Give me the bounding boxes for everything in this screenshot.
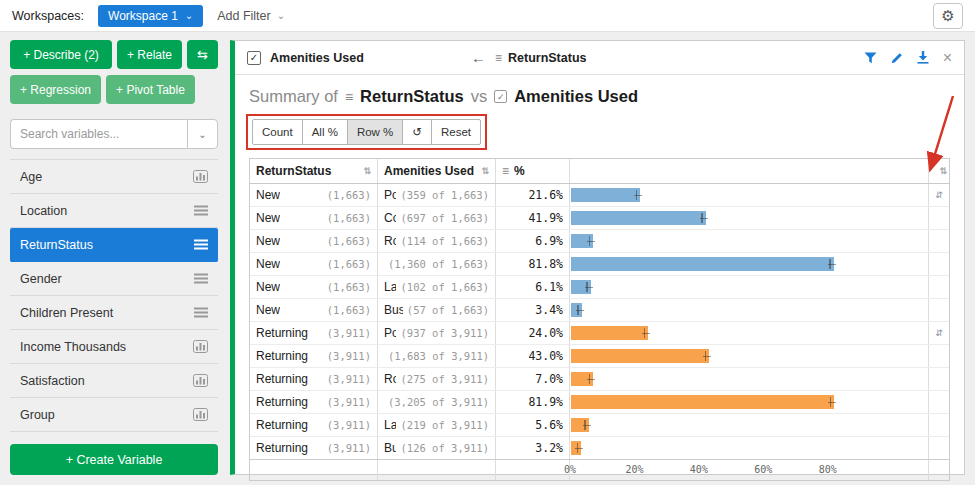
sidebar-item-location[interactable]: Location [10, 194, 218, 228]
amenity-name: Busin… [384, 441, 396, 455]
amenity-name: Pool [384, 326, 396, 340]
sort-icon[interactable]: ⇅ [481, 166, 489, 176]
percent-bar [571, 418, 589, 432]
close-icon[interactable]: × [943, 50, 952, 66]
top-bar: Workspaces: Workspace 1 ⌄ Add Filter ⌄ ⚙ [0, 0, 975, 32]
describe-button[interactable]: + Describe (2) [10, 40, 112, 69]
axis-row: 0%20%40%60%80% [250, 460, 949, 480]
group-count: (1,663) [327, 212, 371, 224]
sidebar-item-group[interactable]: Group [10, 398, 218, 432]
chevron-down-icon: ⌄ [198, 129, 206, 140]
variable-label: ReturnStatus [20, 238, 93, 252]
analysis-buttons-row-2: + Regression + Pivot Table [10, 75, 218, 104]
chevron-down-icon: ⌄ [277, 11, 285, 21]
swap-button[interactable]: ⇆ [187, 40, 218, 69]
row-sort-icon[interactable]: ⇵ [935, 328, 943, 338]
column-header-percent[interactable]: ≡ % [496, 159, 570, 183]
variable-label: Group [20, 408, 55, 422]
group-name: New [256, 257, 280, 271]
workspace-selector-button[interactable]: Workspace 1 ⌄ [98, 5, 203, 27]
group-count: (3,911) [327, 442, 371, 454]
variable-label: Children Present [20, 306, 113, 320]
amenity-count: (359 of 1,663) [400, 189, 489, 201]
group-count: (1,663) [327, 258, 371, 270]
percent-value: 6.9% [496, 230, 570, 252]
analysis-buttons-row-1: + Describe (2) + Relate ⇆ [10, 40, 218, 69]
percent-value: 43.0% [496, 345, 570, 367]
all-percent-button[interactable]: All % [302, 119, 348, 145]
workspace-button-label: Workspace 1 [108, 9, 178, 23]
sidebar-item-returnstatus[interactable]: ReturnStatus [10, 228, 218, 262]
table-row: New(1,663)Hig…(1,360 of 1,663)81.8% [250, 253, 949, 276]
pivot-table-button[interactable]: + Pivot Table [106, 75, 195, 104]
sidebar-item-income-thousands[interactable]: Income Thousands [10, 330, 218, 364]
axis-tick: 80% [819, 464, 837, 475]
histogram-icon [193, 340, 208, 353]
percent-value: 5.6% [496, 414, 570, 436]
sidebar-item-satisfaction[interactable]: Satisfaction [10, 364, 218, 398]
download-icon[interactable] [917, 51, 929, 64]
column-header-bars [570, 159, 929, 183]
edit-pencil-icon[interactable] [891, 52, 903, 64]
relate-button[interactable]: + Relate [117, 40, 182, 69]
display-toolbar: CountAll %Row %↺Reset [252, 119, 481, 145]
sidebar: + Describe (2) + Relate ⇆ + Regression +… [10, 40, 218, 475]
summary-prefix: Summary of [249, 87, 338, 106]
percent-bar [571, 349, 709, 363]
sidebar-item-children-present[interactable]: Children Present [10, 296, 218, 330]
variable-list: AgeLocationReturnStatusGenderChildren Pr… [10, 159, 218, 432]
amenity-count: (57 of 1,663) [407, 304, 489, 316]
vs-connector: vs [471, 87, 488, 106]
refresh-button[interactable]: ↺ [402, 119, 432, 145]
amenity-count: (102 of 1,663) [400, 281, 489, 293]
group-count: (3,911) [327, 350, 371, 362]
sort-icon[interactable]: ⇅ [363, 166, 371, 176]
axis-tick: 40% [690, 464, 708, 475]
column-sort-icon[interactable]: ⇅ [939, 166, 947, 176]
primary-variable-name: ReturnStatus [360, 87, 464, 106]
sidebar-item-age[interactable]: Age [10, 160, 218, 194]
card-header-icons: × [864, 50, 952, 66]
checkbox-icon: ✓ [494, 90, 507, 103]
percent-bar [571, 326, 648, 340]
group-count: (1,663) [327, 235, 371, 247]
axis-tick: 0% [564, 464, 576, 475]
table-row: New(1,663)Room …(114 of 1,663)6.9% [250, 230, 949, 253]
amenity-name: Contin… [384, 211, 396, 225]
group-name: Returning [256, 326, 308, 340]
count-button[interactable]: Count [252, 119, 303, 145]
list-icon [194, 307, 208, 318]
filter-icon[interactable] [864, 52, 877, 64]
amenity-count: (126 of 3,911) [400, 442, 489, 454]
table-row: Returning(3,911)Hig…(3,205 of 3,911)81.9… [250, 391, 949, 414]
search-input[interactable] [10, 119, 187, 149]
variable-label: Age [20, 170, 42, 184]
chevron-down-icon: ⌄ [185, 11, 193, 21]
reset-button[interactable]: Reset [431, 119, 481, 145]
row-percent-button[interactable]: Row % [347, 119, 403, 145]
add-filter-button[interactable]: Add Filter ⌄ [217, 9, 285, 23]
regression-button[interactable]: + Regression [10, 75, 101, 104]
table-header: ReturnStatus ⇅ Amenities Used ⇅ ≡ % ⇅ [250, 159, 949, 184]
percent-value: 3.4% [496, 299, 570, 321]
search-dropdown-button[interactable]: ⌄ [187, 119, 218, 149]
percent-value: 81.9% [496, 391, 570, 413]
column-header-amenities[interactable]: Amenities Used ⇅ [378, 159, 496, 183]
create-variable-button[interactable]: + Create Variable [10, 444, 218, 475]
group-name: Returning [256, 372, 308, 386]
hamburger-icon: ≡ [495, 51, 502, 65]
sidebar-item-gender[interactable]: Gender [10, 262, 218, 296]
amenity-count: (114 of 1,663) [400, 235, 489, 247]
amenities-used-checkbox[interactable]: ✓ [247, 51, 261, 65]
column-header-returnstatus[interactable]: ReturnStatus ⇅ [250, 159, 378, 183]
settings-button[interactable]: ⚙ [933, 3, 963, 29]
table-row: New(1,663)Late C…(102 of 1,663)6.1% [250, 276, 949, 299]
percent-value: 41.9% [496, 207, 570, 229]
back-arrow-icon[interactable]: ← [471, 49, 486, 66]
list-icon [194, 239, 208, 250]
analysis-card: ✓ Amenities Used ← ≡ ReturnStatus × [230, 40, 965, 475]
amenity-name: Room … [384, 372, 396, 386]
group-count: (1,663) [327, 281, 371, 293]
row-sort-icon[interactable]: ⇵ [935, 190, 943, 200]
axis-tick: 20% [625, 464, 643, 475]
